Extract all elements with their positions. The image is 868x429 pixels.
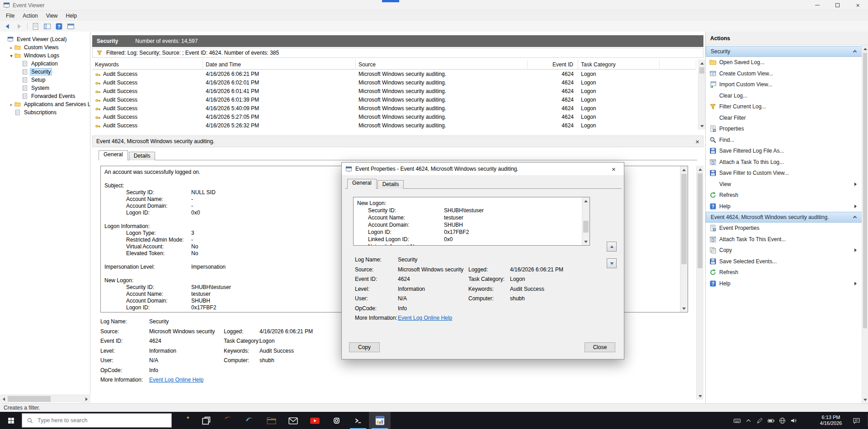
taskbar-app-instagram[interactable] bbox=[326, 412, 347, 429]
action-attach-a-task-to-this-log[interactable]: Attach a Task To this Log... bbox=[706, 157, 862, 168]
action-save-filtered-log-file-as[interactable]: Save Filtered Log File As... bbox=[706, 145, 862, 157]
collapse-chevron-icon[interactable] bbox=[853, 216, 857, 219]
scroll-down-button[interactable] bbox=[680, 305, 688, 312]
event-table-scrollbar[interactable] bbox=[698, 60, 705, 130]
menu-file[interactable]: File bbox=[2, 11, 19, 20]
column-header-date-and-time[interactable]: Date and Time bbox=[203, 60, 356, 70]
event-row[interactable]: Audit Success4/16/2026 6:01:39 PMMicroso… bbox=[92, 95, 696, 104]
expand-arrow-icon[interactable]: ▸ bbox=[8, 102, 14, 107]
tray-volume-button[interactable] bbox=[790, 417, 797, 424]
expand-arrow-icon[interactable]: ▸ bbox=[8, 45, 14, 50]
dialog-description-box[interactable]: New Logon:Security ID:SHUBH\testuserAcco… bbox=[353, 197, 590, 246]
action-event-properties[interactable]: Event Properties bbox=[706, 223, 862, 234]
tree-item-forwarded-events[interactable]: Forwarded Events bbox=[0, 92, 90, 100]
tray-chevron-up-button[interactable] bbox=[745, 417, 752, 424]
scroll-thumb[interactable] bbox=[863, 53, 867, 328]
tray-keyboard-button[interactable] bbox=[733, 417, 741, 424]
search-input[interactable] bbox=[38, 417, 155, 424]
scroll-down-button[interactable] bbox=[697, 392, 703, 400]
action-clear-filter[interactable]: Clear Filter bbox=[706, 112, 862, 124]
expand-arrow-icon[interactable]: ▾ bbox=[8, 53, 14, 58]
restore-button[interactable] bbox=[827, 0, 848, 11]
tray-network-button[interactable] bbox=[778, 417, 786, 424]
tree-item-application[interactable]: Application bbox=[0, 60, 90, 68]
tree-item-setup[interactable]: Setup bbox=[0, 76, 90, 84]
actions-section-header-event-4624-microsoft-windows-security-au[interactable]: Event 4624, Microsoft Windows security a… bbox=[706, 212, 862, 223]
action-import-custom-view[interactable]: Import Custom View... bbox=[706, 79, 862, 90]
preview-close-icon[interactable]: × bbox=[695, 138, 699, 145]
scroll-down-button[interactable] bbox=[698, 122, 705, 130]
action-help[interactable]: Help bbox=[706, 278, 862, 289]
event-row[interactable]: Audit Success4/16/2026 6:01:41 PMMicroso… bbox=[92, 87, 696, 95]
preview-pane-scrollbar[interactable] bbox=[696, 166, 703, 400]
menu-view[interactable]: View bbox=[42, 11, 62, 20]
action-save-filter-to-custom-view[interactable]: Save Filter to Custom View... bbox=[706, 168, 862, 179]
tray-battery-button[interactable] bbox=[767, 417, 775, 424]
taskbar-app-powershell[interactable] bbox=[347, 412, 369, 429]
scroll-thumb[interactable] bbox=[8, 396, 51, 402]
taskbar-app-firefox[interactable] bbox=[217, 412, 239, 429]
description-scrollbar[interactable] bbox=[680, 166, 688, 312]
start-button[interactable] bbox=[0, 412, 22, 429]
event-row[interactable]: Audit Success4/16/2026 5:26:32 PMMicroso… bbox=[92, 121, 696, 130]
taskbar-app-task-view[interactable] bbox=[195, 412, 217, 429]
dialog-titlebar[interactable]: Event Properties - Event 4624, Microsoft… bbox=[342, 163, 624, 175]
close-button[interactable]: × bbox=[848, 0, 868, 11]
toolbar-back-button[interactable] bbox=[4, 23, 11, 30]
scroll-up-button[interactable] bbox=[680, 166, 688, 173]
action-clear-log[interactable]: Clear Log... bbox=[706, 90, 862, 102]
event-row[interactable]: Audit Success4/16/2026 5:40:09 PMMicroso… bbox=[92, 104, 696, 112]
previous-event-button[interactable] bbox=[607, 242, 617, 252]
action-attach-task-to-this-event[interactable]: Attach Task To This Event... bbox=[706, 234, 862, 245]
action-refresh[interactable]: Refresh bbox=[706, 190, 862, 201]
action-help[interactable]: Help bbox=[706, 201, 862, 212]
action-center-button[interactable] bbox=[847, 412, 865, 429]
scroll-left-button[interactable] bbox=[0, 395, 8, 403]
taskbar-app-copilot[interactable] bbox=[174, 412, 195, 429]
tab-details[interactable]: Details bbox=[129, 152, 156, 160]
toolbar-help-button[interactable] bbox=[55, 23, 63, 30]
dialog-description-scrollbar[interactable] bbox=[582, 197, 590, 245]
event-log-online-help-link[interactable]: Event Log Online Help bbox=[149, 377, 203, 383]
scroll-thumb[interactable] bbox=[681, 174, 687, 264]
menu-help[interactable]: Help bbox=[62, 11, 81, 20]
taskbar-clock[interactable]: 6:13 PM 4/16/2026 bbox=[816, 412, 845, 429]
scroll-down-button[interactable] bbox=[582, 238, 590, 245]
event-row[interactable]: Audit Success4/16/2026 6:06:21 PMMicroso… bbox=[92, 70, 696, 78]
collapse-chevron-icon[interactable] bbox=[853, 50, 857, 54]
column-header-task-category[interactable]: Task Category bbox=[578, 60, 660, 70]
scroll-up-button[interactable] bbox=[862, 45, 868, 52]
event-row[interactable]: Audit Success4/16/2026 5:27:05 PMMicroso… bbox=[92, 112, 696, 121]
action-properties[interactable]: Properties bbox=[706, 123, 862, 135]
tree-item-system[interactable]: System bbox=[0, 84, 90, 92]
action-copy[interactable]: Copy bbox=[706, 245, 862, 256]
scroll-right-button[interactable] bbox=[83, 395, 90, 403]
taskbar-search[interactable] bbox=[22, 413, 172, 428]
tray-pen-button[interactable] bbox=[756, 417, 764, 424]
tree-horizontal-scrollbar[interactable] bbox=[0, 395, 90, 402]
tree-item-security[interactable]: Security bbox=[0, 68, 90, 76]
tab-general[interactable]: General bbox=[99, 150, 128, 160]
scroll-down-button[interactable] bbox=[862, 396, 868, 403]
scroll-thumb[interactable] bbox=[698, 173, 703, 268]
action-refresh[interactable]: Refresh bbox=[706, 267, 862, 278]
taskbar-app-youtube[interactable] bbox=[304, 412, 326, 429]
scroll-up-button[interactable] bbox=[582, 197, 590, 205]
tree-item-subscriptions[interactable]: Subscriptions bbox=[0, 108, 90, 117]
tab-general[interactable]: General bbox=[347, 179, 377, 189]
column-header-keywords[interactable]: Keywords bbox=[92, 60, 203, 70]
close-dialog-button[interactable]: Close bbox=[585, 342, 615, 352]
toolbar-export-button[interactable] bbox=[32, 23, 39, 30]
actions-scrollbar[interactable] bbox=[862, 45, 868, 403]
tab-details[interactable]: Details bbox=[377, 180, 404, 189]
toolbar-forward-button[interactable] bbox=[15, 23, 23, 30]
event-row[interactable]: Audit Success4/16/2026 6:02:01 PMMicroso… bbox=[92, 78, 696, 87]
dialog-close-button[interactable]: × bbox=[604, 163, 624, 175]
scroll-up-button[interactable] bbox=[697, 166, 703, 173]
toolbar-console-tree-button[interactable] bbox=[43, 23, 51, 30]
scroll-up-button[interactable] bbox=[698, 60, 705, 67]
taskbar-app-event-viewer[interactable] bbox=[369, 412, 391, 429]
column-header-source[interactable]: Source bbox=[356, 60, 528, 70]
menu-action[interactable]: Action bbox=[19, 11, 42, 20]
minimize-button[interactable] bbox=[807, 0, 827, 11]
